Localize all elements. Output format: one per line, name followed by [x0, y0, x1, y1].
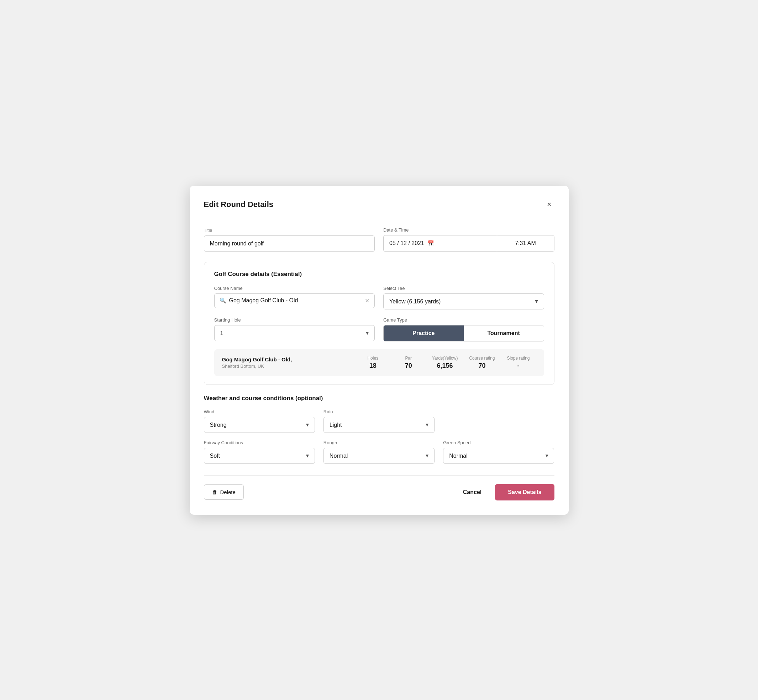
datetime-field-group: Date & Time 05 / 12 / 2021 📅 7:31 AM: [383, 227, 554, 252]
wind-dropdown[interactable]: CalmLightModerate StrongVery Strong: [204, 417, 315, 433]
holes-label: Holes: [367, 356, 378, 361]
yards-value: 6,156: [437, 362, 453, 370]
title-input[interactable]: [204, 236, 375, 252]
weather-section: Weather and course conditions (optional)…: [204, 395, 554, 464]
fairway-dropdown[interactable]: DrySoft NormalWet: [204, 448, 315, 464]
time-part[interactable]: 7:31 AM: [497, 236, 554, 252]
rain-wrap: NoneLight ModerateHeavy ▼: [324, 417, 434, 433]
starting-hole-dropdown[interactable]: 123 456 78910: [214, 325, 375, 341]
rough-label: Rough: [324, 440, 434, 445]
select-tee-label: Select Tee: [383, 286, 544, 291]
yards-label: Yards(Yellow): [432, 356, 458, 361]
wind-group: Wind CalmLightModerate StrongVery Strong…: [204, 409, 315, 433]
slope-rating-value: -: [517, 362, 520, 370]
holes-stat: Holes 18: [355, 356, 391, 370]
par-stat: Par 70: [391, 356, 426, 370]
modal-footer: 🗑 Delete Cancel Save Details: [204, 475, 554, 500]
select-tee-group: Select Tee Yellow (6,156 yards) White Re…: [383, 286, 544, 309]
course-rating-stat: Course rating 70: [464, 356, 500, 370]
select-tee-wrap: Yellow (6,156 yards) White Red ▼: [383, 294, 544, 309]
course-rating-label: Course rating: [469, 356, 495, 361]
calendar-icon: 📅: [427, 240, 434, 247]
par-value: 70: [405, 362, 412, 370]
delete-label: Delete: [220, 489, 236, 495]
course-name-label: Course Name: [214, 286, 375, 291]
slope-rating-stat: Slope rating -: [501, 356, 536, 370]
rough-wrap: ShortNormalLong ▼: [324, 448, 434, 464]
datetime-label: Date & Time: [383, 227, 554, 233]
save-button[interactable]: Save Details: [495, 484, 554, 500]
course-info-location: Shelford Bottom, UK: [222, 364, 355, 369]
clear-icon[interactable]: ✕: [365, 297, 370, 304]
date-part[interactable]: 05 / 12 / 2021 📅: [384, 236, 497, 252]
game-type-label: Game Type: [383, 317, 544, 323]
datetime-row: 05 / 12 / 2021 📅 7:31 AM: [383, 235, 554, 252]
wind-rain-row: Wind CalmLightModerate StrongVery Strong…: [204, 409, 554, 433]
practice-toggle-button[interactable]: Practice: [384, 325, 464, 341]
title-label: Title: [204, 228, 375, 233]
course-info-name-text: Gog Magog Golf Club - Old,: [222, 356, 355, 362]
footer-right: Cancel Save Details: [457, 484, 554, 500]
hole-gametype-row: Starting Hole 123 456 78910 ▼ Game Type …: [214, 317, 544, 341]
rough-group: Rough ShortNormalLong ▼: [324, 440, 434, 464]
delete-button[interactable]: 🗑 Delete: [204, 484, 244, 500]
golf-course-section: Golf Course details (Essential) Course N…: [204, 262, 554, 385]
starting-hole-group: Starting Hole 123 456 78910 ▼: [214, 317, 375, 341]
course-name-search-wrap[interactable]: 🔍 ✕: [214, 294, 375, 308]
weather-section-title: Weather and course conditions (optional): [204, 395, 554, 402]
course-rating-value: 70: [478, 362, 485, 370]
wind-wrap: CalmLightModerate StrongVery Strong ▼: [204, 417, 315, 433]
green-speed-dropdown[interactable]: SlowNormalFast: [443, 448, 554, 464]
modal-title: Edit Round Details: [204, 200, 274, 209]
top-fields-row: Title Date & Time 05 / 12 / 2021 📅 7:31 …: [204, 227, 554, 252]
course-name-input[interactable]: [229, 297, 362, 304]
edit-round-modal: Edit Round Details × Title Date & Time 0…: [190, 186, 568, 515]
fairway-group: Fairway Conditions DrySoft NormalWet ▼: [204, 440, 315, 464]
course-info-name: Gog Magog Golf Club - Old, Shelford Bott…: [222, 356, 355, 369]
select-tee-dropdown[interactable]: Yellow (6,156 yards) White Red: [383, 294, 544, 309]
par-label: Par: [405, 356, 412, 361]
starting-hole-label: Starting Hole: [214, 317, 375, 323]
conditions-row: Fairway Conditions DrySoft NormalWet ▼ R…: [204, 440, 554, 464]
course-info-row: Gog Magog Golf Club - Old, Shelford Bott…: [214, 349, 544, 376]
search-icon: 🔍: [219, 297, 226, 304]
yards-stat: Yards(Yellow) 6,156: [426, 356, 464, 370]
wind-label: Wind: [204, 409, 315, 414]
modal-header: Edit Round Details ×: [204, 198, 554, 217]
course-name-group: Course Name 🔍 ✕: [214, 286, 375, 309]
fairway-wrap: DrySoft NormalWet ▼: [204, 448, 315, 464]
holes-value: 18: [370, 362, 376, 370]
rough-dropdown[interactable]: ShortNormalLong: [324, 448, 434, 464]
close-button[interactable]: ×: [544, 198, 554, 211]
green-speed-wrap: SlowNormalFast ▼: [443, 448, 554, 464]
date-value: 05 / 12 / 2021: [389, 240, 424, 247]
green-speed-label: Green Speed: [443, 440, 554, 445]
tournament-toggle-button[interactable]: Tournament: [464, 325, 544, 341]
rain-label: Rain: [324, 409, 434, 414]
time-value: 7:31 AM: [515, 240, 536, 247]
game-type-group: Game Type Practice Tournament: [383, 317, 544, 341]
green-speed-group: Green Speed SlowNormalFast ▼: [443, 440, 554, 464]
starting-hole-wrap: 123 456 78910 ▼: [214, 325, 375, 341]
trash-icon: 🗑: [212, 489, 218, 495]
slope-rating-label: Slope rating: [507, 356, 529, 361]
game-type-toggle: Practice Tournament: [383, 325, 544, 341]
rain-dropdown[interactable]: NoneLight ModerateHeavy: [324, 417, 434, 433]
fairway-label: Fairway Conditions: [204, 440, 315, 445]
cancel-button[interactable]: Cancel: [457, 485, 488, 500]
title-field-group: Title: [204, 228, 375, 252]
golf-course-section-title: Golf Course details (Essential): [214, 271, 544, 278]
course-fields-row: Course Name 🔍 ✕ Select Tee Yellow (6,156…: [214, 286, 544, 309]
rain-group: Rain NoneLight ModerateHeavy ▼: [324, 409, 434, 433]
